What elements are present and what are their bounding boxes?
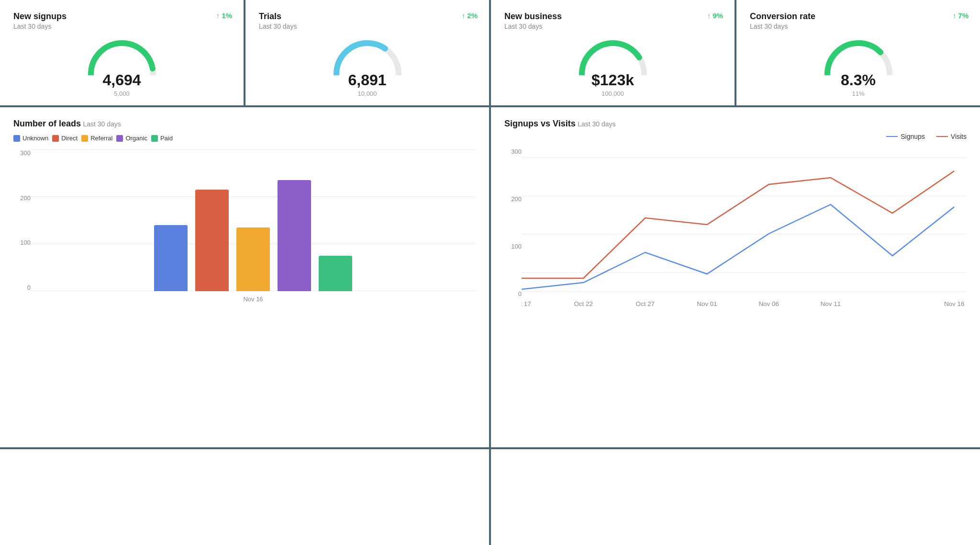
leads-chart-legend: Unknown Direct Referral Organic Paid xyxy=(13,135,476,142)
signups-visits-card: Signups vs Visits Last 30 days Signups V… xyxy=(491,107,980,447)
metric-value-conversion-rate: 8.3% xyxy=(841,71,876,89)
metric-badge-conversion-rate: ↑ 7% xyxy=(953,11,969,20)
leads-chart-subtitle: Last 30 days xyxy=(83,120,121,128)
gauge-svg-new-signups xyxy=(84,32,160,75)
legend-item-referral: Referral xyxy=(81,135,112,142)
leads-chart-title: Number of leads xyxy=(13,119,81,128)
legend-item-organic: Organic xyxy=(116,135,147,142)
gauge-svg-conversion-rate xyxy=(820,32,897,75)
metric-title-trials: Trials xyxy=(259,11,281,22)
signups-visits-title: Signups vs Visits xyxy=(504,119,576,128)
legend-dot-organic xyxy=(116,135,123,142)
dashboard: New signups Last 30 days ↑ 1% 4,694 5,00… xyxy=(0,0,980,545)
bar-paid xyxy=(319,256,352,291)
legend-item-unknown: Unknown xyxy=(13,135,48,142)
legend-dot-unknown xyxy=(13,135,20,142)
gauge-new-business: $123k 100,000 xyxy=(504,32,721,97)
svg-text:Nov 06: Nov 06 xyxy=(758,300,779,307)
metric-card-trials: Trials Last 30 days ↑ 2% 6,891 10,000 xyxy=(245,0,489,105)
metric-subtitle-conversion-rate: Last 30 days xyxy=(750,23,788,30)
gauge-trials: 6,891 10,000 xyxy=(259,32,476,97)
gauge-conversion-rate: 8.3% 11% xyxy=(750,32,967,97)
legend-visits: Visits xyxy=(936,133,967,140)
legend-dot-referral xyxy=(81,135,88,142)
legend-item-paid: Paid xyxy=(151,135,173,142)
gauge-svg-trials xyxy=(329,32,406,75)
metric-subtitle-new-business: Last 30 days xyxy=(504,23,542,30)
legend-dot-paid xyxy=(151,135,158,142)
legend-dash-visits xyxy=(936,136,948,137)
bar-chart-x-label: Nov 16 xyxy=(243,295,263,303)
legend-dot-direct xyxy=(52,135,59,142)
legend-item-direct: Direct xyxy=(52,135,78,142)
metric-target-new-business: 100,000 xyxy=(601,90,624,97)
metric-value-trials: 6,891 xyxy=(348,71,386,89)
legend-signups: Signups xyxy=(886,133,925,140)
metric-subtitle-trials: Last 30 days xyxy=(259,23,297,30)
bar-direct xyxy=(195,190,229,291)
metric-subtitle-new-signups: Last 30 days xyxy=(13,23,51,30)
svg-text:Oct 22: Oct 22 xyxy=(574,300,593,307)
metric-badge-trials: ↑ 2% xyxy=(462,11,478,20)
bar-chart-wrapper: 300 200 100 0 Nov 1 xyxy=(13,149,476,303)
metric-target-trials: 10,000 xyxy=(358,90,377,97)
svg-text:Oct 27: Oct 27 xyxy=(636,300,655,307)
bar-referral xyxy=(236,227,270,291)
leads-chart-card: Number of leads Last 30 days Unknown Dir… xyxy=(0,107,489,447)
line-chart-inner: Oct 17 Oct 22 Oct 27 Nov 01 Nov 06 Nov 1… xyxy=(522,148,967,311)
gauge-new-signups: 4,694 5,000 xyxy=(13,32,230,97)
metric-card-new-signups: New signups Last 30 days ↑ 1% 4,694 5,00… xyxy=(0,0,244,105)
metric-value-new-business: $123k xyxy=(591,71,634,89)
metric-title-conversion-rate: Conversion rate xyxy=(750,11,815,22)
metric-title-new-business: New business xyxy=(504,11,562,22)
bottom-left-card xyxy=(0,449,489,545)
svg-text:Nov 16: Nov 16 xyxy=(944,300,965,307)
line-chart-svg: Oct 17 Oct 22 Oct 27 Nov 01 Nov 06 Nov 1… xyxy=(522,148,967,311)
metric-title-new-signups: New signups xyxy=(13,11,67,22)
bottom-right-card xyxy=(491,449,980,545)
line-chart-y-axis: 300 200 100 0 xyxy=(504,148,522,311)
metric-badge-new-business: ↑ 9% xyxy=(707,11,723,20)
bar-chart-inner: Nov 16 xyxy=(31,149,476,303)
bars-row xyxy=(31,149,476,291)
metric-card-new-business: New business Last 30 days ↑ 9% $123k 100… xyxy=(491,0,735,105)
bar-chart-y-axis: 300 200 100 0 xyxy=(13,149,31,303)
metric-value-new-signups: 4,694 xyxy=(102,71,141,89)
bar-organic xyxy=(278,180,311,291)
line-chart-wrapper: 300 200 100 0 xyxy=(504,148,967,311)
metric-card-conversion-rate: Conversion rate Last 30 days ↑ 7% 8.3% 1… xyxy=(736,0,980,105)
svg-text:Nov 11: Nov 11 xyxy=(821,300,841,307)
bar-unknown xyxy=(154,225,188,291)
svg-text:Nov 01: Nov 01 xyxy=(697,300,717,307)
metric-target-conversion-rate: 11% xyxy=(852,90,864,97)
legend-dash-signups xyxy=(886,136,898,137)
svg-text:Oct 17: Oct 17 xyxy=(522,300,531,307)
metric-badge-new-signups: ↑ 1% xyxy=(216,11,232,20)
signups-visits-subtitle: Last 30 days xyxy=(578,120,615,128)
line-chart-legend: Signups Visits xyxy=(504,133,967,140)
gauge-svg-new-business xyxy=(575,32,651,75)
metric-target-new-signups: 5,000 xyxy=(114,90,130,97)
